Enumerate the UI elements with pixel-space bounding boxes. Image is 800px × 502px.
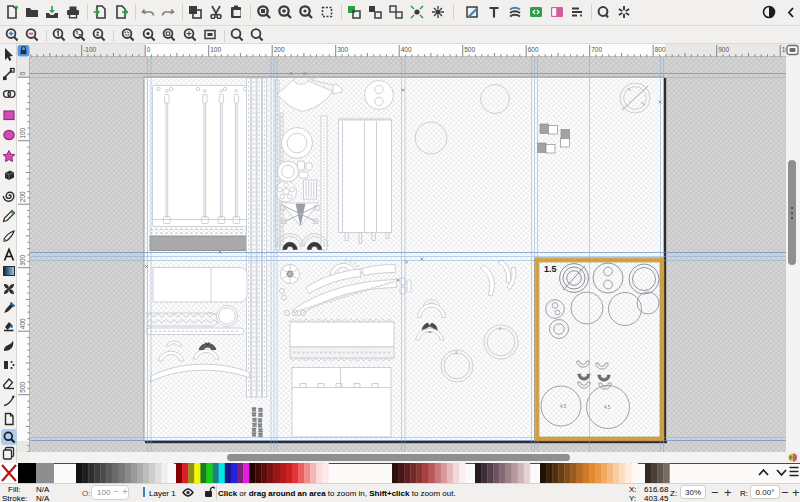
svg-text:4.5: 4.5 xyxy=(604,405,611,410)
svg-text:200: 200 xyxy=(274,46,285,53)
svg-text:300: 300 xyxy=(19,254,26,265)
svg-text:400: 400 xyxy=(19,318,26,329)
svg-text:900: 900 xyxy=(718,46,729,53)
svg-text:800: 800 xyxy=(655,46,666,53)
svg-text:0: 0 xyxy=(147,46,151,53)
svg-text:400: 400 xyxy=(401,46,412,53)
svg-text:100: 100 xyxy=(19,127,26,138)
svg-text:4.5: 4.5 xyxy=(560,404,567,409)
svg-text:1.5: 1.5 xyxy=(544,264,557,274)
svg-text:100: 100 xyxy=(210,46,221,53)
svg-text:500: 500 xyxy=(464,46,475,53)
svg-text:600: 600 xyxy=(528,46,539,53)
svg-text:0: 0 xyxy=(19,71,26,75)
svg-text:500: 500 xyxy=(19,381,26,392)
svg-text:300: 300 xyxy=(337,46,348,53)
svg-text:700: 700 xyxy=(591,46,602,53)
svg-text:-100: -100 xyxy=(83,46,96,53)
svg-text:200: 200 xyxy=(19,191,26,202)
